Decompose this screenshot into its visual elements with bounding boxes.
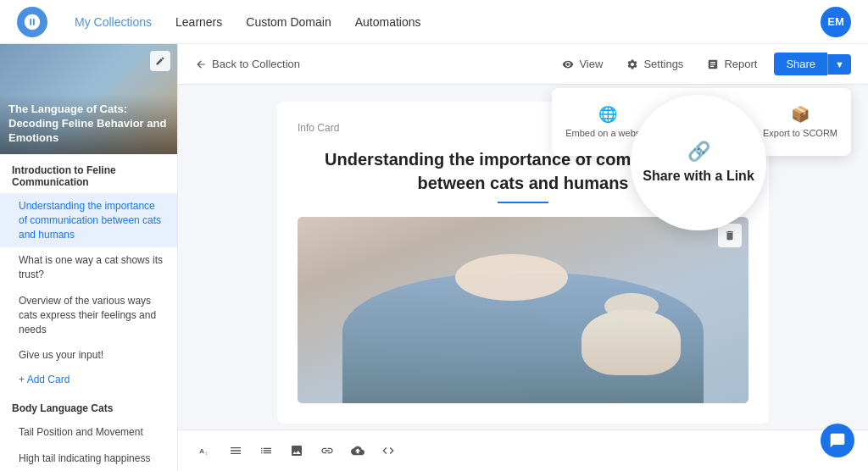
cover-overlay: The Language of Cats: Decoding Feline Be… [0, 94, 177, 154]
link-button[interactable] [314, 437, 341, 464]
cat-body [581, 310, 681, 375]
share-popup-label: Share with a Link [643, 168, 754, 186]
collection-title: The Language of Cats: Decoding Feline Be… [8, 103, 169, 146]
view-label: View [579, 58, 603, 70]
sidebar-item-5[interactable]: Tail Position and Movement [0, 419, 177, 446]
image-button[interactable] [283, 437, 310, 464]
scorm-icon: 📦 [791, 105, 810, 124]
sidebar-item-2[interactable]: What is one way a cat shows its trust? [0, 247, 177, 288]
section-title-intro: Introduction to Feline Communication [0, 154, 177, 193]
code-button[interactable] [375, 437, 402, 464]
cat-head [604, 293, 659, 319]
align-button[interactable] [222, 437, 249, 464]
settings-button[interactable]: Settings [620, 54, 690, 74]
user-avatar[interactable]: EM [821, 7, 851, 37]
top-nav: My Collections Learners Custom Domain Au… [0, 0, 868, 44]
sidebar-item-1[interactable]: Understanding the importance of communic… [0, 193, 177, 247]
card-image [298, 217, 748, 403]
nav-links: My Collections Learners Custom Domain Au… [75, 15, 421, 29]
upload-button[interactable] [344, 437, 371, 464]
back-button[interactable]: Back to Collection [195, 58, 300, 70]
sidebar-item-6[interactable]: High tail indicating happiness [0, 446, 177, 471]
card-title-underline [498, 202, 548, 203]
back-label: Back to Collection [212, 58, 300, 70]
section-title-body-language: Body Language Cats [0, 394, 177, 419]
sidebar: The Language of Cats: Decoding Feline Be… [0, 44, 178, 471]
content-header: Back to Collection View Settings Report … [178, 44, 868, 85]
export-scorm-label: Export to SCORM [763, 127, 837, 139]
settings-label: Settings [643, 58, 683, 70]
font-size-button[interactable]: A↕ [192, 437, 219, 464]
svg-text:A: A [199, 447, 204, 455]
share-with-link-popup[interactable]: 🔗 Share with a Link [631, 95, 766, 230]
sidebar-item-4[interactable]: Give us your input! [0, 342, 177, 368]
share-button-group: Share ▼ [774, 53, 851, 75]
sidebar-item-3[interactable]: Overview of the various ways cats expres… [0, 288, 177, 342]
nav-my-collections[interactable]: My Collections [75, 15, 152, 29]
report-button[interactable]: Report [700, 54, 764, 74]
share-dropdown-button[interactable]: ▼ [827, 54, 851, 75]
embed-icon: 🌐 [598, 105, 617, 124]
nav-custom-domain[interactable]: Custom Domain [246, 15, 331, 29]
sidebar-cover: The Language of Cats: Decoding Feline Be… [0, 44, 177, 154]
nav-automations[interactable]: Automations [355, 15, 421, 29]
person-head [455, 254, 568, 301]
report-label: Report [724, 58, 757, 70]
editor-toolbar: A↕ [178, 429, 868, 471]
share-main-button[interactable]: Share [774, 53, 827, 75]
list-button[interactable] [253, 437, 280, 464]
add-card-button[interactable]: + Add Card [0, 368, 177, 391]
link-icon: 🔗 [687, 141, 710, 163]
chat-button[interactable] [821, 424, 854, 457]
app-logo[interactable] [17, 7, 47, 37]
delete-image-button[interactable] [718, 224, 742, 247]
content-area: Back to Collection View Settings Report … [178, 44, 868, 471]
main-layout: The Language of Cats: Decoding Feline Be… [0, 44, 868, 471]
nav-learners[interactable]: Learners [175, 15, 222, 29]
edit-cover-button[interactable] [150, 51, 170, 71]
svg-text:↕: ↕ [205, 451, 208, 456]
export-scorm-option[interactable]: 📦 Export to SCORM [749, 95, 851, 149]
view-button[interactable]: View [555, 54, 609, 74]
